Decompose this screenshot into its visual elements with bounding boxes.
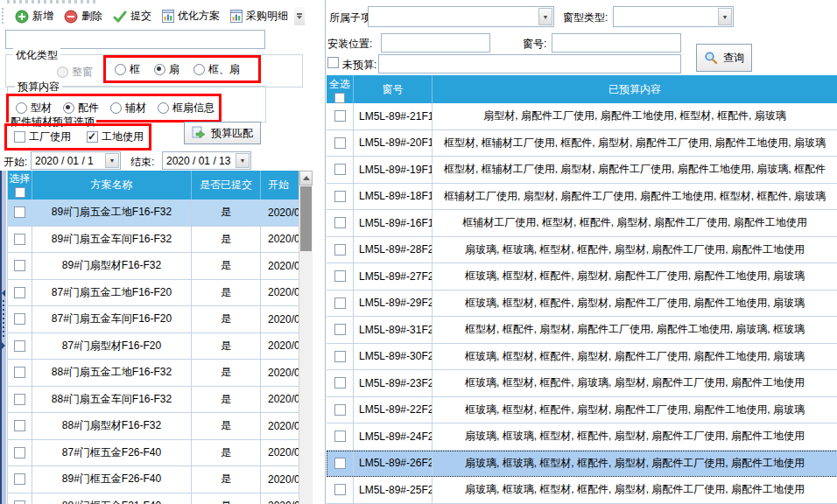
scrollbar-thumb[interactable] bbox=[300, 186, 312, 251]
row-checkbox[interactable] bbox=[334, 430, 346, 442]
select-all-checkbox[interactable] bbox=[15, 187, 25, 198]
row-checkbox[interactable] bbox=[14, 447, 25, 458]
row-checkbox[interactable] bbox=[334, 484, 346, 495]
date-end-picker[interactable]: 2020 / 01 / 13 ▼ bbox=[162, 151, 251, 170]
row-checkbox[interactable] bbox=[14, 234, 25, 245]
side-splitter[interactable] bbox=[0, 171, 6, 504]
plan-row[interactable]: 88#门扇五金工地F16-F32 是 2020/0 bbox=[8, 360, 313, 387]
window-row[interactable]: LM5L-89#-26F24 扇玻璃, 框玻璃, 框型材, 框配件, 扇型材, … bbox=[327, 451, 837, 478]
budgeted-column-header[interactable]: 已预算内容 bbox=[433, 75, 837, 103]
plan-row[interactable]: 89#门扇五金车间F16-F32 是 2020/0 bbox=[8, 227, 313, 254]
plan-row[interactable]: 87#门扇五金车间F16-F20 是 2020/0 bbox=[8, 306, 313, 333]
radio-frame-sash[interactable]: 框、扇 bbox=[193, 62, 240, 77]
plans-scrollbar[interactable] bbox=[299, 171, 313, 504]
no-budget-input[interactable] bbox=[378, 54, 681, 74]
window-row[interactable]: LM5L-89#-30F28 框玻璃, 框型材, 框配件, 扇型材, 扇配件工厂… bbox=[327, 344, 837, 371]
radio-accessory[interactable]: 配件 bbox=[63, 101, 99, 116]
delete-button[interactable]: 删除 bbox=[59, 6, 108, 26]
plan-row[interactable]: 87#门扇型材F16-F20 是 2020/0 bbox=[8, 333, 313, 360]
plan-row[interactable]: 88#门扇型材F16-F32 是 2020/0 bbox=[8, 413, 313, 440]
row-checkbox[interactable] bbox=[14, 260, 25, 271]
plan-row[interactable]: 88#门框五金F21-F40 是 2020/0 bbox=[8, 494, 313, 504]
date-start-picker[interactable]: 2020 / 01 / 1 ▼ bbox=[31, 151, 121, 170]
chevron-down-icon[interactable]: ▼ bbox=[105, 153, 119, 168]
new-button[interactable]: 新增 bbox=[10, 6, 59, 26]
submitted-column-header[interactable]: 是否已提交 bbox=[192, 171, 261, 200]
radio-profile[interactable]: 型材 bbox=[16, 101, 52, 116]
window-row[interactable]: LM5L-89#-24F22 扇玻璃, 框玻璃, 框型材, 框配件, 扇型材, … bbox=[327, 424, 837, 451]
toolbar-grip[interactable] bbox=[2, 8, 6, 25]
window-row[interactable]: LM5L-89#-29F27 框玻璃, 框型材, 框配件, 扇型材, 扇配件工厂… bbox=[327, 290, 837, 318]
row-checkbox[interactable] bbox=[334, 270, 346, 282]
row-checkbox[interactable] bbox=[14, 313, 25, 325]
windows-table-header: 全选 窗号 已预算内容 bbox=[327, 75, 837, 103]
select-all-checkbox[interactable] bbox=[334, 93, 345, 103]
window-no-input[interactable] bbox=[552, 33, 681, 52]
optimize-plan-label: 优化方案 bbox=[178, 9, 220, 24]
checkbox-factory-use[interactable]: 工厂使用 bbox=[14, 130, 71, 144]
window-row[interactable]: LM5L-89#-16F15 框辅材工厂使用, 框型材, 框配件, 扇型材, 扇… bbox=[327, 210, 837, 237]
window-row[interactable]: LM5L-89#-28F26 扇玻璃, 框玻璃, 框型材, 框配件, 扇型材, … bbox=[327, 237, 837, 264]
window-row[interactable]: LM5L-89#-23F21 框玻璃, 框型材, 框配件, 扇玻璃, 扇型材, … bbox=[327, 370, 837, 397]
query-button[interactable]: 查询 bbox=[696, 44, 752, 72]
optimize-plan-button[interactable]: 优化方案 bbox=[157, 6, 225, 26]
chevron-down-icon[interactable]: ▼ bbox=[718, 8, 732, 25]
toolbar-overflow-button[interactable] bbox=[294, 7, 305, 25]
install-position-input[interactable] bbox=[381, 33, 490, 52]
plan-row[interactable]: 89#门扇型材F16-F32 是 2020/0 bbox=[8, 253, 313, 280]
plan-name-column-header[interactable]: 方案名称 bbox=[32, 171, 192, 200]
window-type-label: 窗型类型: bbox=[563, 10, 608, 25]
radio-whole-window[interactable]: 整窗 bbox=[57, 65, 93, 80]
row-checkbox[interactable] bbox=[334, 137, 346, 149]
row-checkbox[interactable] bbox=[334, 324, 346, 335]
no-budget-checkbox[interactable] bbox=[327, 57, 339, 68]
row-checkbox[interactable] bbox=[14, 500, 25, 504]
row-checkbox[interactable] bbox=[334, 458, 346, 469]
window-row[interactable]: LM5L-89#-27F25 框玻璃, 框型材, 框配件, 扇型材, 扇配件工厂… bbox=[327, 263, 837, 290]
row-checkbox[interactable] bbox=[14, 287, 25, 298]
window-row[interactable]: LM5L-89#-25F23 扇玻璃, 框玻璃, 框型材, 框配件, 扇型材, … bbox=[327, 477, 837, 504]
window-row[interactable]: LM5L-89#-20F18 框型材, 框辅材工厂使用, 框配件, 扇型材, 扇… bbox=[327, 130, 837, 158]
row-checkbox[interactable] bbox=[14, 206, 25, 218]
plan-row[interactable]: 88#门扇五金车间F16-F32 是 2020/0 bbox=[8, 387, 313, 414]
row-checkbox[interactable] bbox=[14, 394, 25, 405]
chevron-down-icon[interactable]: ▼ bbox=[236, 153, 250, 168]
row-checkbox[interactable] bbox=[14, 340, 25, 352]
radio-frame-sash-info[interactable]: 框扇信息 bbox=[158, 101, 215, 116]
radio-auxiliary[interactable]: 辅材 bbox=[110, 101, 146, 116]
chevron-down-icon[interactable]: ▼ bbox=[538, 8, 552, 25]
plan-row[interactable]: 87#门扇五金工地F16-F20 是 2020/0 bbox=[8, 280, 313, 307]
row-checkbox[interactable] bbox=[334, 404, 346, 416]
window-row[interactable]: LM5L-89#-22F20 框玻璃, 框型材, 框配件, 扇型材, 扇配件工厂… bbox=[327, 397, 837, 424]
row-checkbox[interactable] bbox=[334, 164, 346, 175]
row-checkbox[interactable] bbox=[334, 351, 346, 362]
radio-sash[interactable]: 扇 bbox=[154, 62, 179, 77]
plan-row[interactable]: 87#门框五金F26-F40 是 2020/0 bbox=[8, 440, 313, 467]
row-checkbox[interactable] bbox=[14, 420, 25, 431]
row-checkbox[interactable] bbox=[14, 367, 25, 378]
row-checkbox[interactable] bbox=[334, 110, 346, 122]
sub-item-select[interactable]: ▼ bbox=[368, 6, 554, 27]
budget-match-button[interactable]: 预算匹配 bbox=[184, 122, 261, 144]
radio-frame[interactable]: 框 bbox=[115, 62, 140, 77]
submit-button[interactable]: 提交 bbox=[108, 6, 157, 26]
row-checkbox[interactable] bbox=[334, 298, 346, 309]
scroll-up-icon[interactable] bbox=[299, 171, 313, 186]
plan-filter-input[interactable] bbox=[5, 30, 265, 49]
row-checkbox[interactable] bbox=[14, 473, 25, 485]
window-row[interactable]: LM5L-89#-31F29 框型材, 框配件, 扇型材, 扇配件工厂使用, 扇… bbox=[327, 317, 837, 344]
window-row[interactable]: LM5L-89#-18F16 框辅材工厂使用, 扇型材, 扇配件工厂使用, 扇配… bbox=[327, 184, 837, 211]
row-checkbox[interactable] bbox=[334, 377, 346, 388]
window-type-select[interactable]: ▼ bbox=[613, 6, 734, 27]
window-row[interactable]: LM5L-89#-19F17 框型材, 框辅材工厂使用, 扇型材, 扇配件工厂使… bbox=[327, 157, 837, 184]
plan-row[interactable]: 89#门扇五金工地F16-F32 是 2020/0 bbox=[8, 200, 313, 227]
checkbox-site-use[interactable]: 工地使用 bbox=[87, 130, 144, 144]
window-no-cell: LM5L-89#-18F16 bbox=[354, 184, 433, 210]
collapse-arrow-icon bbox=[2, 342, 5, 349]
plan-row[interactable]: 89#门框五金F26-F40 是 2020/0 bbox=[8, 466, 313, 494]
window-no-column-header[interactable]: 窗号 bbox=[354, 75, 433, 103]
row-checkbox[interactable] bbox=[334, 217, 346, 228]
window-row[interactable]: LM5L-89#-21F19 扇型材, 扇配件工厂使用, 扇配件工地使用, 框型… bbox=[327, 103, 837, 130]
row-checkbox[interactable] bbox=[334, 191, 346, 202]
row-checkbox[interactable] bbox=[334, 244, 346, 256]
